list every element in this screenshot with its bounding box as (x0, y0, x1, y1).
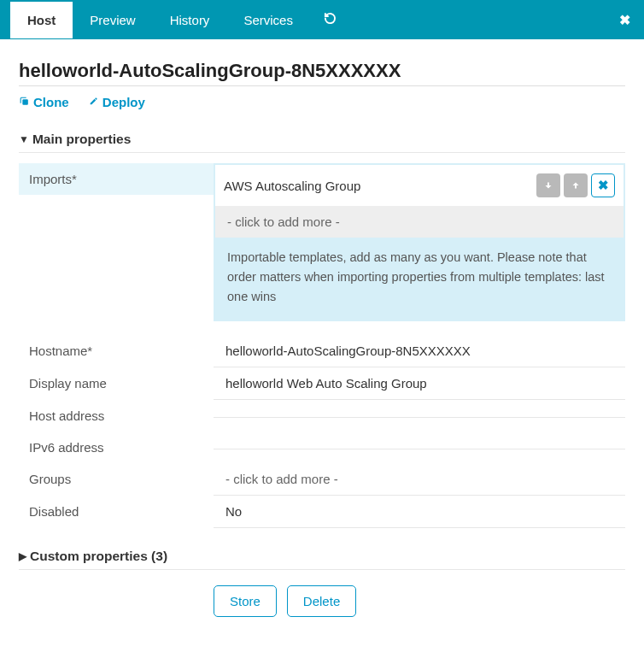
clone-icon (19, 95, 30, 109)
disabled-label: Disabled (19, 496, 214, 527)
ipv6-value[interactable] (214, 432, 625, 449)
close-icon[interactable]: ✖ (619, 12, 630, 28)
tabbar: Host Preview History Services ✖ (0, 0, 644, 39)
imports-label: Imports* (19, 163, 214, 195)
tab-preview[interactable]: Preview (73, 3, 152, 38)
caret-right-icon: ▶ (19, 550, 26, 562)
field-ipv6: IPv6 address (19, 432, 625, 463)
section-custom-header[interactable]: ▶ Custom properties (3) (19, 549, 625, 564)
disabled-value[interactable]: No (214, 496, 625, 527)
imports-item: AWS Autoscaling Group ✖ (215, 165, 624, 206)
field-groups: Groups - click to add more - (19, 463, 625, 496)
hostaddr-value[interactable] (214, 400, 625, 417)
imports-item-label: AWS Autoscaling Group (224, 179, 533, 193)
move-down-button[interactable] (536, 173, 560, 197)
delete-button[interactable]: Delete (287, 585, 356, 617)
imports-help-text: Importable templates, add as many as you… (215, 238, 624, 311)
page-title: helloworld-AutoScalingGroup-8N5XXXXXX (19, 60, 625, 82)
displayname-value[interactable]: helloworld Web Auto Scaling Group (214, 367, 625, 399)
page-actions: Clone Deploy (19, 95, 625, 109)
hostname-label: Hostname* (19, 335, 214, 367)
field-hostname: Hostname* helloworld-AutoScalingGroup-8N… (19, 335, 625, 367)
divider (19, 152, 625, 153)
move-up-button[interactable] (564, 173, 588, 197)
section-custom-label: Custom properties (3) (30, 549, 167, 564)
groups-add-more[interactable]: - click to add more - (214, 463, 625, 495)
tab-services[interactable]: Services (226, 3, 310, 38)
hostaddr-label: Host address (19, 400, 214, 432)
groups-label: Groups (19, 463, 214, 495)
tab-host[interactable]: Host (10, 2, 73, 38)
deploy-label: Deploy (102, 95, 145, 109)
clone-button[interactable]: Clone (19, 95, 69, 109)
ipv6-label: IPv6 address (19, 432, 214, 463)
imports-panel: AWS Autoscaling Group ✖ - click to add m… (214, 163, 625, 321)
divider (19, 85, 625, 86)
divider (19, 569, 625, 570)
field-imports: Imports* AWS Autoscaling Group ✖ - click… (19, 163, 625, 321)
deploy-icon (88, 95, 99, 109)
displayname-label: Display name (19, 367, 214, 399)
section-main-label: Main properties (32, 132, 131, 147)
field-disabled: Disabled No (19, 496, 625, 528)
remove-import-button[interactable]: ✖ (591, 173, 615, 197)
deploy-button[interactable]: Deploy (88, 95, 145, 109)
field-display-name: Display name helloworld Web Auto Scaling… (19, 367, 625, 400)
tab-history[interactable]: History (153, 3, 227, 38)
store-button[interactable]: Store (214, 585, 277, 617)
form-actions: Store Delete (214, 585, 625, 617)
caret-down-icon: ▼ (19, 133, 29, 145)
svg-rect-0 (22, 99, 27, 105)
refresh-icon[interactable] (310, 2, 350, 38)
imports-add-more[interactable]: - click to add more - (215, 206, 624, 238)
section-main-header[interactable]: ▼ Main properties (19, 132, 625, 147)
clone-label: Clone (33, 95, 69, 109)
hostname-value[interactable]: helloworld-AutoScalingGroup-8N5XXXXXX (214, 335, 625, 367)
field-host-address: Host address (19, 400, 625, 432)
